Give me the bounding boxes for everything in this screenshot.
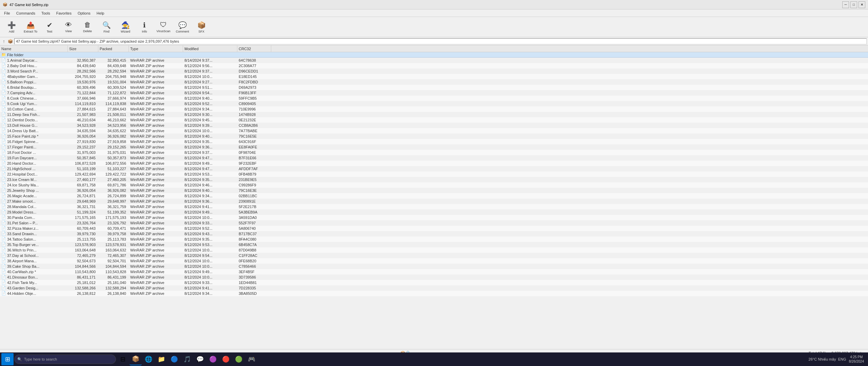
file-type: WinRAR ZIP archive [129, 270, 183, 274]
folder-row[interactable]: 📁 File folder [0, 52, 868, 58]
table-row[interactable]: 📄 20.Hand Doctor... 106,872,528 106,872,… [0, 161, 868, 166]
info-button[interactable]: ℹ Info [136, 18, 153, 36]
maximize-button[interactable]: □ [850, 1, 857, 8]
table-row[interactable]: 📄 25.Jewelry Shop ... 36,926,054 36,926,… [0, 188, 868, 193]
table-row[interactable]: 📄 6.Bridal Boutiqu... 60,309,496 60,309,… [0, 85, 868, 90]
window-controls[interactable]: ─ □ ✕ [842, 1, 865, 8]
col-modified[interactable]: Modified [183, 45, 237, 52]
file-packed: 106,872,556 [98, 161, 129, 165]
sfx-button[interactable]: 📦 SFX [193, 18, 210, 36]
table-row[interactable]: 📄 7.Camping Adv... 71,122,844 71,122,872… [0, 90, 868, 96]
files-taskbar[interactable]: 📁 [155, 353, 167, 365]
table-row[interactable]: 📄 26.Magic Acade... 26,724,871 26,724,89… [0, 193, 868, 199]
file-modified: 8/12/2024 9:37... [183, 69, 237, 73]
find-button[interactable]: 🔍 Find [98, 18, 115, 36]
folder-icon: 📁 [1, 53, 6, 57]
table-row[interactable]: 📄 2.Baby Doll Hou... 84,439,640 84,439,6… [0, 63, 868, 68]
table-row[interactable]: 📄 14.Dress Up Batt... 34,635,594 34,635,… [0, 128, 868, 134]
table-row[interactable]: 📄 40.CarWash.zip * 110,543,800 110,543,8… [0, 269, 868, 274]
table-row[interactable]: 📄 23.Ice Cream M... 27,460,177 27,460,20… [0, 177, 868, 182]
add-button[interactable]: ➕ Add [3, 18, 20, 36]
app5-taskbar[interactable]: 🔴 [220, 353, 232, 365]
minimize-button[interactable]: ─ [842, 1, 849, 8]
table-row[interactable]: 📄 28.Mandala Col... 36,321,731 36,321,75… [0, 204, 868, 209]
table-row[interactable]: 📄 41.Dinosaur Bon... 86,431,171 86,431,1… [0, 274, 868, 280]
table-row[interactable]: 📄 22.Hospital Doct... 129,422,694 129,42… [0, 171, 868, 177]
table-row[interactable]: 📄 12.Dentist Docto... 46,210,634 46,210,… [0, 117, 868, 123]
table-row[interactable]: 📄 19.Fun Daycare... 50,357,845 50,357,87… [0, 155, 868, 161]
table-row[interactable]: 📄 38.Airport Mana... 92,504,673 92,504,7… [0, 258, 868, 264]
test-icon: ✔ [47, 21, 53, 29]
table-row[interactable]: 📄 35.Top Burger ve... 123,578,903 123,57… [0, 242, 868, 247]
table-row[interactable]: 📄 3.Word Search P... 28,292,566 28,292,5… [0, 68, 868, 74]
chrome-taskbar[interactable]: 🌐 [142, 353, 155, 365]
virusscan-button[interactable]: 🛡 VirusScan [155, 18, 172, 36]
table-row[interactable]: 📄 13.Doll House G... 34,523,928 34,523,9… [0, 123, 868, 128]
file-type: WinRAR ZIP archive [129, 64, 183, 68]
col-crc32[interactable]: CRC32 [237, 45, 271, 52]
table-row[interactable]: 📄 39.Cake Shop Ba... 104,844,566 104,844… [0, 264, 868, 269]
test-button[interactable]: ✔ Test [41, 18, 58, 36]
table-row[interactable]: 📄 4Babysitter Gam... 204,755,920 204,755… [0, 74, 868, 79]
winrar-taskbar[interactable]: 📦 [130, 353, 142, 365]
file-type: WinRAR ZIP archive [129, 275, 183, 279]
start-button[interactable]: ⊞ [1, 353, 14, 365]
table-row[interactable]: 📄 16.Fidget Spinne... 27,919,830 27,919,… [0, 139, 868, 144]
col-packed[interactable]: Packed [98, 45, 129, 52]
table-row[interactable]: 📄 5.Balloon Poppi... 19,530,976 19,531,0… [0, 79, 868, 85]
table-row[interactable]: 📄 43.Garden Desig... 132,588,266 132,588… [0, 285, 868, 291]
table-row[interactable]: 📄 44.Hidden Obje... 26,138,812 26,138,84… [0, 291, 868, 296]
table-row[interactable]: 📄 9.Cook Ugi Yum... 114,119,810 114,119,… [0, 101, 868, 106]
menu-help[interactable]: Help [94, 11, 107, 16]
extract-to-button[interactable]: 📤 Extract To [22, 18, 39, 36]
file-packed: 72,465,307 [98, 253, 129, 258]
file-modified: 8/12/2024 9:49... [183, 210, 237, 214]
search-box[interactable]: 🔍 Type here to search [14, 354, 116, 364]
app3-taskbar[interactable]: 💬 [194, 353, 206, 365]
table-row[interactable]: 📄 17.Finger Painti... 29,152,237 29,152,… [0, 144, 868, 150]
table-row[interactable]: 📄 8.Cook Chinese... 37,666,946 37,666,97… [0, 96, 868, 101]
app4-taskbar[interactable]: 🟣 [207, 353, 219, 365]
table-row[interactable]: 📄 33.Sand Drawin... 39,979,730 39,979,75… [0, 231, 868, 237]
app6-taskbar[interactable]: 🟢 [233, 353, 245, 365]
table-row[interactable]: 📄 1.Animal Daycar... 32,950,387 32,950,4… [0, 58, 868, 63]
close-button[interactable]: ✕ [859, 1, 865, 8]
table-row[interactable]: 📄 31.Pet Salon – P... 23,326,764 23,326,… [0, 220, 868, 226]
back-button[interactable]: ↑ [1, 39, 6, 44]
taskview-button[interactable]: ⊟ [117, 353, 129, 365]
wizard-button[interactable]: 🧙 Wizard [117, 18, 134, 36]
menu-commands[interactable]: Commands [14, 11, 38, 16]
menu-tools[interactable]: Tools [39, 11, 53, 16]
col-name[interactable]: Name [0, 45, 68, 52]
file-crc: 5A806740 [237, 226, 271, 230]
table-row[interactable]: 📄 32.Pizza Maker.z... 60,709,443 60,709,… [0, 226, 868, 231]
table-row[interactable]: 📄 24.Ice Slushy Ma... 69,871,758 69,871,… [0, 182, 868, 188]
table-row[interactable]: 📄 11.Deep Sea Fish... 21,507,983 21,508,… [0, 112, 868, 117]
table-row[interactable]: 📄 10.Cotton Cand... 27,884,615 27,884,64… [0, 106, 868, 112]
menu-favorites[interactable]: Favorites [54, 11, 74, 16]
file-packed: 84,439,648 [98, 64, 129, 68]
table-row[interactable]: 📄 34.Tattoo Salon... 25,113,755 25,113,7… [0, 237, 868, 242]
table-row[interactable]: 📄 42.Fish Tank My... 25,181,012 25,181,0… [0, 280, 868, 285]
col-size[interactable]: Size [68, 45, 98, 52]
table-row[interactable]: 📄 30.Panda Com... 171,575,165 171,575,19… [0, 215, 868, 220]
file-name: 📄 34.Tattoo Salon... [0, 237, 68, 241]
table-row[interactable]: 📄 15.Face Paint.zip * 36,926,054 36,926,… [0, 134, 868, 139]
table-row[interactable]: 📄 27.Make smoot... 29,648,969 29,648,997… [0, 199, 868, 204]
table-row[interactable]: 📄 18.Foot Doctor ... 31,975,003 31,975,0… [0, 150, 868, 155]
col-type[interactable]: Type [129, 45, 183, 52]
view-button[interactable]: 👁 View [60, 18, 77, 36]
app7-taskbar[interactable]: 🎮 [245, 353, 258, 365]
file-modified: 8/12/2024 10:0... [183, 248, 237, 252]
menu-file[interactable]: File [1, 11, 13, 16]
table-row[interactable]: 📄 29.Model Dress... 51,199,324 51,199,35… [0, 209, 868, 215]
app2-taskbar[interactable]: 🎵 [181, 353, 193, 365]
table-row[interactable]: 📄 37.Day at School... 72,465,279 72,465,… [0, 253, 868, 258]
file-size: 163,064,648 [68, 248, 98, 252]
comment-button[interactable]: 💬 Comment [174, 18, 191, 36]
delete-button[interactable]: 🗑 Delete [79, 18, 96, 36]
app1-taskbar[interactable]: 🔵 [168, 353, 180, 365]
menu-options[interactable]: Options [75, 11, 93, 16]
table-row[interactable]: 📄 36.Witch to Prin... 163,064,648 163,06… [0, 247, 868, 253]
table-row[interactable]: 📄 21.HighSchool ... 51,103,199 51,103,22… [0, 166, 868, 171]
